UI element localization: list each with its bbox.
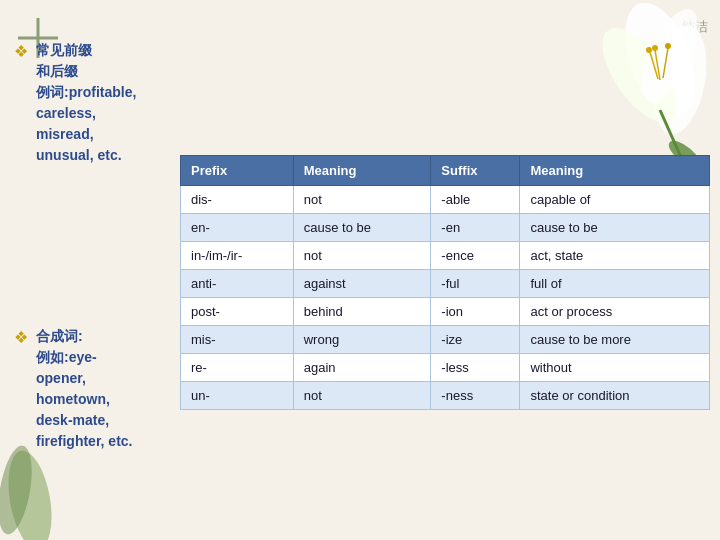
svg-point-3 xyxy=(646,21,714,138)
section1-text: 常见前缀 和后缀 例词:profitable, careless, misrea… xyxy=(36,40,136,166)
section1: ❖ 常见前缀 和后缀 例词:profitable, careless, misr… xyxy=(0,30,185,176)
col-meaning1: Meaning xyxy=(293,156,431,186)
svg-line-8 xyxy=(663,48,668,78)
bullet1-icon: ❖ xyxy=(14,42,28,61)
cell-3-1: against xyxy=(293,270,431,298)
cell-4-1: behind xyxy=(293,298,431,326)
cell-6-2: -less xyxy=(431,354,520,382)
table-row: un-not-nessstate or condition xyxy=(181,382,710,410)
table-row: in-/im-/ir-not-enceact, state xyxy=(181,242,710,270)
watermark-text: 纯洁 xyxy=(682,18,708,36)
cell-4-0: post- xyxy=(181,298,294,326)
table-body: dis-not-ablecapable ofen-cause to be-enc… xyxy=(181,186,710,410)
table-header: Prefix Meaning Suffix Meaning xyxy=(181,156,710,186)
cell-3-0: anti- xyxy=(181,270,294,298)
cell-4-2: -ion xyxy=(431,298,520,326)
cell-0-0: dis- xyxy=(181,186,294,214)
cell-2-0: in-/im-/ir- xyxy=(181,242,294,270)
cell-1-2: -en xyxy=(431,214,520,242)
svg-point-9 xyxy=(665,43,671,49)
cell-0-2: -able xyxy=(431,186,520,214)
section2: ❖ 合成词: 例如:eye- opener, hometown, desk-ma… xyxy=(0,316,185,462)
table-row: re-again-lesswithout xyxy=(181,354,710,382)
svg-line-6 xyxy=(655,50,660,80)
cell-7-3: state or condition xyxy=(520,382,710,410)
svg-point-11 xyxy=(646,47,652,53)
cell-1-1: cause to be xyxy=(293,214,431,242)
table-row: post-behind-ionact or process xyxy=(181,298,710,326)
header-row: Prefix Meaning Suffix Meaning xyxy=(181,156,710,186)
cell-7-2: -ness xyxy=(431,382,520,410)
cell-1-3: cause to be xyxy=(520,214,710,242)
svg-line-10 xyxy=(650,52,658,79)
prefix-suffix-table: Prefix Meaning Suffix Meaning dis-not-ab… xyxy=(180,155,710,410)
cell-7-1: not xyxy=(293,382,431,410)
cell-2-1: not xyxy=(293,242,431,270)
table-row: en-cause to be-encause to be xyxy=(181,214,710,242)
table-row: anti-against-fulfull of xyxy=(181,270,710,298)
svg-point-4 xyxy=(588,16,692,135)
cell-2-2: -ence xyxy=(431,242,520,270)
cell-4-3: act or process xyxy=(520,298,710,326)
cell-6-3: without xyxy=(520,354,710,382)
col-suffix: Suffix xyxy=(431,156,520,186)
section2-text: 合成词: 例如:eye- opener, hometown, desk-mate… xyxy=(36,326,132,452)
cell-3-2: -ful xyxy=(431,270,520,298)
left-panel: ❖ 常见前缀 和后缀 例词:profitable, careless, misr… xyxy=(0,0,185,540)
cell-0-3: capable of xyxy=(520,186,710,214)
cell-7-0: un- xyxy=(181,382,294,410)
cell-3-3: full of xyxy=(520,270,710,298)
cell-0-1: not xyxy=(293,186,431,214)
cell-2-3: act, state xyxy=(520,242,710,270)
cell-5-2: -ize xyxy=(431,326,520,354)
bullet2-icon: ❖ xyxy=(14,328,28,347)
cell-6-1: again xyxy=(293,354,431,382)
cell-5-3: cause to be more xyxy=(520,326,710,354)
cell-5-1: wrong xyxy=(293,326,431,354)
svg-point-7 xyxy=(652,45,658,51)
cell-5-0: mis- xyxy=(181,326,294,354)
cell-6-0: re- xyxy=(181,354,294,382)
table-container: Prefix Meaning Suffix Meaning dis-not-ab… xyxy=(180,155,710,520)
table-row: dis-not-ablecapable of xyxy=(181,186,710,214)
cell-1-0: en- xyxy=(181,214,294,242)
col-prefix: Prefix xyxy=(181,156,294,186)
col-meaning2: Meaning xyxy=(520,156,710,186)
table-row: mis-wrong-izecause to be more xyxy=(181,326,710,354)
